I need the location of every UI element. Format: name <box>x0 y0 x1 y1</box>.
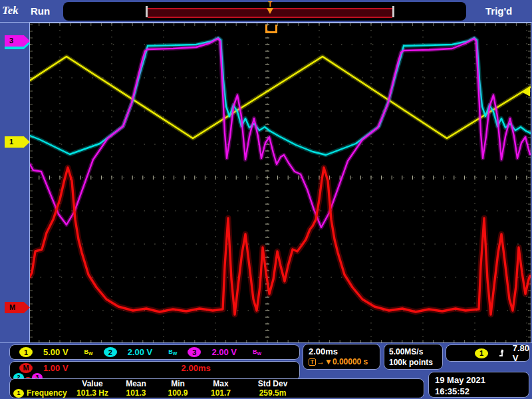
horizontal-readout: 2.00ms T→▼0.00000 s <box>303 344 380 370</box>
math-badge: M <box>19 363 33 373</box>
math-scale: 1.00 V <box>43 363 68 373</box>
delay-value: 0.00000 s <box>332 357 368 366</box>
delay-arrows-icon: →▼ <box>317 357 332 366</box>
trigger-t-icon: T <box>309 358 316 366</box>
channel3-badge: 3 <box>188 347 201 357</box>
meas-mean: 101.3 <box>115 388 157 398</box>
math-timebase: 2.00ms <box>182 363 211 373</box>
trigger-level-arrow-icon <box>521 87 530 96</box>
trigger-position-marker-icon <box>265 25 277 33</box>
bottom-divider <box>0 342 532 343</box>
meas-value: 101.3 Hz <box>70 388 115 398</box>
channel1-ground-marker: 1 <box>5 136 30 148</box>
trigger-readout: 1 7.80 V <box>446 344 530 362</box>
trigger-source-badge: 1 <box>475 348 488 358</box>
channel3-scale: 2.00 V <box>211 347 237 357</box>
meas-header-max: Max <box>199 379 243 388</box>
date: 19 May 2021 <box>435 374 529 386</box>
waveform-canvas <box>30 23 531 342</box>
measurement-source: 1 Frequency <box>10 388 70 398</box>
waveform-ch1-glow <box>30 57 530 138</box>
graticule-area <box>29 23 531 343</box>
acquisition-bar: T <box>63 2 466 21</box>
channel1-badge: 1 <box>19 347 33 357</box>
sample-rate: 5.00MS/s <box>389 346 442 357</box>
trigger-position-arrow-icon <box>267 8 273 14</box>
acquisition-readout: 5.00MS/s 100k points <box>384 344 443 370</box>
datetime-readout: 19 May 2021 16:35:52 <box>428 372 529 398</box>
measurement-name: Frequency <box>27 388 67 398</box>
meas-header-stddev: Std Dev <box>243 379 303 388</box>
trigger-level-value: 7.80 V <box>513 343 529 363</box>
waveform-math-glow <box>30 168 530 315</box>
channel3-bandwidth-icon: BW <box>253 348 261 356</box>
record-length: 100k points <box>389 357 442 368</box>
channel2-badge: 2 <box>104 347 117 357</box>
channel-scale-readout: 1 5.00 V BW 2 2.00 V BW 3 2.00 V BW <box>9 344 300 360</box>
record-right-bracket <box>392 6 394 17</box>
meas-header-value: Value <box>70 379 115 388</box>
trigger-delay-readout: T→▼0.00000 s <box>309 357 380 366</box>
meas-header-min: Min <box>157 379 199 388</box>
timebase-value: 2.00ms <box>309 346 380 356</box>
waveform-ch1 <box>30 57 530 138</box>
tek-logo: Tek <box>2 4 19 17</box>
meas-max: 101.7 <box>199 388 243 398</box>
time: 16:35:52 <box>435 386 529 397</box>
channel2-scale: 2.00 V <box>128 347 153 357</box>
math-ground-marker: M <box>5 302 30 313</box>
channel1-bandwidth-icon: BW <box>84 348 93 356</box>
record-left-bracket <box>146 6 148 17</box>
channel1-scale: 5.00 V <box>43 347 68 357</box>
meas-min: 100.9 <box>157 388 199 398</box>
acquisition-status: Run <box>31 5 50 17</box>
meas-source-badge: 1 <box>13 389 24 398</box>
channel2-bandwidth-icon: BW <box>168 348 177 356</box>
meas-header-mean: Mean <box>115 379 157 388</box>
meas-stddev: 259.5m <box>243 388 303 398</box>
waveform-math <box>30 168 530 315</box>
measurement-table: Value Mean Min Max Std Dev 1 Frequency 1… <box>9 378 424 398</box>
trigger-status: Trig'd <box>485 5 512 17</box>
math-readout: M 1.00 V 2.00ms 2 − 3 <box>9 361 300 380</box>
trigger-position-t-icon: T <box>265 1 275 8</box>
oscilloscope-screen: { "title_bar": { "brand": "Tek", "acq_st… <box>0 0 532 399</box>
rising-edge-icon <box>499 348 503 358</box>
